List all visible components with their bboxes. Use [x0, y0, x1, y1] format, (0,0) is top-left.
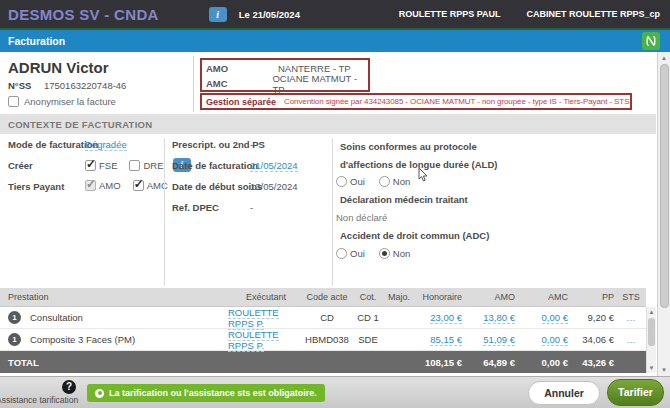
top-bar: DESMOS SV - CNDA i Le 21/05/2024 ROULETT…: [0, 0, 670, 28]
cotation-value: SDE: [350, 334, 386, 345]
page-title: Facturation: [8, 35, 65, 47]
date-facturation-value[interactable]: 21/05/2024: [250, 160, 298, 171]
col-header-majo[interactable]: Majo.: [386, 292, 412, 302]
scrollbar-thumb[interactable]: [648, 318, 655, 346]
help-icon[interactable]: ?: [62, 380, 76, 394]
honoraire-value[interactable]: 23,00 €: [430, 312, 462, 324]
sts-ellipsis-button[interactable]: …: [616, 334, 646, 345]
col-header-amc[interactable]: AMC: [515, 292, 568, 302]
amo-value[interactable]: 51,09 €: [483, 334, 515, 346]
declaration-mt-value: Non déclaré: [336, 212, 387, 223]
dre-checkbox[interactable]: [129, 160, 140, 171]
mode-facturation-value[interactable]: Dégradée: [85, 139, 127, 150]
scroll-up-icon[interactable]: ▲: [658, 55, 670, 61]
pp-value: 9,20 €: [568, 312, 616, 323]
info-icon[interactable]: i: [209, 7, 227, 22]
current-date: Le 21/05/2024: [239, 9, 300, 20]
fse-checkbox[interactable]: [85, 160, 96, 171]
honoraire-value[interactable]: 85,15 €: [430, 334, 462, 346]
ald-non-radio[interactable]: [379, 176, 390, 187]
nss-value: 1750163220748-46: [44, 80, 126, 91]
ald-label-line1: Soins conformes au protocole: [340, 141, 477, 152]
gestion-separee-box: Gestion séparée Convention signée par 43…: [200, 93, 632, 110]
code-acte-value: HBMD038: [304, 334, 350, 345]
col-header-amo[interactable]: AMO: [462, 292, 515, 302]
adc-non-label: Non: [393, 248, 410, 259]
table-scrollbar[interactable]: ▲ ▼: [646, 307, 656, 373]
date-debut-soins-label: Date de début soins: [172, 181, 262, 192]
scrollbar-thumb[interactable]: [660, 64, 669, 308]
divider: [332, 138, 333, 286]
table-row[interactable]: 1 Consultation ROULETTE RPPS P. CD CD 1 …: [0, 307, 646, 329]
total-pp: 43,26 €: [568, 357, 616, 368]
cabinet-name[interactable]: CABINET ROULETTE RPPS_cp: [526, 9, 660, 19]
adc-oui-radio[interactable]: [336, 248, 347, 259]
annuler-button[interactable]: Annuler: [528, 381, 600, 405]
col-header-honoraire[interactable]: Honoraire: [412, 292, 462, 302]
date-debut-soins-value: 13/05/2024: [250, 181, 298, 192]
status-message: La tarification ou l'assistance sts est …: [87, 384, 325, 402]
assistance-label: Assistance tarification: [0, 395, 78, 405]
code-acte-value: CD: [304, 312, 350, 323]
table-header-row: Prestation Exécutant Code acte Cot. Majo…: [0, 288, 646, 307]
date-facturation-label: Date de facturation: [172, 160, 258, 171]
gestion-separee-label: Gestion séparée: [206, 97, 276, 107]
adc-oui-label: Oui: [350, 248, 365, 259]
ald-oui-label: Oui: [350, 176, 365, 187]
billing-window: DESMOS SV - CNDA i Le 21/05/2024 ROULETT…: [0, 0, 670, 408]
divider: [164, 138, 165, 286]
col-header-code-acte[interactable]: Code acte: [304, 292, 350, 302]
anonymize-label: Anonymiser la facture: [24, 96, 116, 107]
pp-value: 34,06 €: [568, 334, 616, 345]
ref-dpec-label: Ref. DPEC: [172, 202, 219, 213]
amo-value[interactable]: 13,80 €: [483, 312, 515, 324]
scroll-up-icon[interactable]: ▲: [647, 309, 656, 315]
quantity-badge: 1: [8, 333, 21, 346]
executant-link[interactable]: ROULETTE RPPS P.: [228, 307, 279, 330]
section-title: CONTEXTE DE FACTURATION: [8, 119, 152, 130]
gestion-separee-value: Convention signée par 434243085 - OCIANE…: [284, 97, 629, 106]
footer-bar: ? Assistance tarification La tarificatio…: [0, 376, 670, 408]
total-honoraire: 108,15 €: [412, 357, 462, 368]
prescripteur-value: -: [250, 139, 253, 150]
declaration-mt-label: Déclaration médecin traitant: [340, 194, 468, 205]
tarifier-button[interactable]: Tarifier: [607, 379, 664, 406]
page-scrollbar[interactable]: ▲ ▼: [657, 52, 670, 376]
col-header-cot[interactable]: Cot.: [350, 292, 386, 302]
section-header: CONTEXTE DE FACTURATION: [0, 114, 656, 134]
divider: [193, 56, 194, 112]
sts-ellipsis-button[interactable]: …: [616, 312, 646, 323]
target-circle-icon: [95, 389, 104, 398]
adc-non-radio[interactable]: [379, 248, 390, 259]
nav-bar: Facturation: [0, 30, 670, 52]
tiers-amo-label: AMO: [99, 180, 121, 191]
ald-non-label: Non: [393, 176, 410, 187]
patient-name: ADRUN Victor: [8, 59, 109, 76]
table-row[interactable]: 1 Composite 3 Faces (PM) ROULETTE RPPS P…: [0, 329, 646, 351]
ald-oui-radio[interactable]: [336, 176, 347, 187]
col-header-executant[interactable]: Exécutant: [228, 292, 304, 302]
amc-value[interactable]: 0,00 €: [542, 334, 568, 346]
col-header-sts[interactable]: STS: [616, 292, 646, 302]
nss-label: N°SS: [8, 80, 31, 91]
cotation-value: CD 1: [350, 312, 386, 323]
amc-label: AMC: [206, 78, 272, 89]
creer-label: Créer: [8, 160, 33, 171]
amc-value[interactable]: 0,00 €: [542, 312, 568, 324]
quantity-badge: 1: [8, 311, 21, 324]
col-header-prestation[interactable]: Prestation: [0, 292, 228, 302]
amo-label: AMO: [206, 63, 278, 74]
tiers-payant-label: Tiers Payant: [8, 181, 64, 192]
ref-dpec-value: -: [250, 202, 253, 213]
scroll-down-icon[interactable]: ▼: [647, 365, 656, 371]
col-header-pp[interactable]: PP: [568, 292, 616, 302]
executant-link[interactable]: ROULETTE RPPS P.: [228, 329, 279, 352]
prestation-label: Consultation: [30, 312, 83, 323]
scroll-down-icon[interactable]: ▼: [658, 367, 670, 373]
fse-label: FSE: [99, 160, 117, 171]
anonymize-checkbox[interactable]: [8, 96, 19, 107]
practitioner-name[interactable]: ROULETTE RPPS PAUL: [399, 9, 501, 19]
adc-label: Accident de droit commun (ADC): [340, 230, 489, 241]
tiers-amc-checkbox[interactable]: [133, 180, 144, 191]
tiers-amo-checkbox: [85, 180, 96, 191]
